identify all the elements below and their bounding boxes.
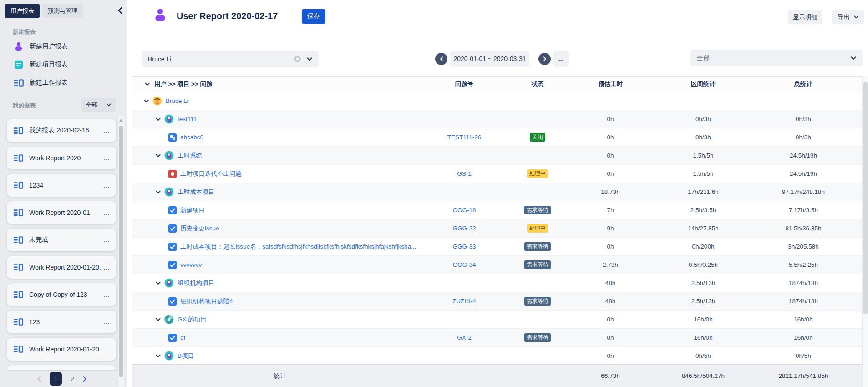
issue-key-link[interactable]: GGG-34 — [428, 261, 501, 268]
range-value: 1.5h/5h — [646, 152, 760, 159]
date-prev-button[interactable] — [435, 53, 447, 65]
table-scrollbar-thumb[interactable] — [863, 82, 868, 314]
pagination-page-2[interactable]: 2 — [71, 375, 74, 382]
sidebar-collapse-button[interactable] — [115, 6, 125, 16]
subtask-icon — [168, 133, 177, 142]
issue-name-link[interactable]: 组织机构项目缺陷4 — [180, 297, 233, 306]
my-reports-filter-select[interactable]: 全部 — [81, 98, 116, 112]
chevron-down-icon[interactable] — [156, 154, 161, 158]
status-badge: 处理中 — [527, 169, 548, 178]
project-name-link[interactable]: 工时系统 — [178, 152, 202, 160]
total-value: 5.5h/2.25h — [760, 261, 847, 268]
collapse-all-chevron-icon[interactable] — [145, 82, 150, 86]
card-more-menu-icon[interactable]: ... — [103, 291, 110, 298]
tab-user-reports[interactable]: 用户报表 — [5, 4, 40, 18]
sidebar-new-report-item-2[interactable]: 新建工作报表 — [14, 74, 114, 92]
export-button[interactable]: 导出 — [832, 10, 864, 24]
report-card[interactable]: 未完成... — [7, 229, 116, 251]
card-more-menu-icon[interactable]: ... — [103, 155, 110, 162]
total-value: 7.17h/3.5h — [760, 207, 847, 214]
report-card[interactable]: 我的报表 2020-02-16... — [7, 119, 116, 142]
report-card[interactable]: Copy of Copy of 123... — [7, 283, 116, 306]
status-badge: 需求等待 — [524, 206, 551, 214]
total-value: 16h/0h — [760, 316, 847, 323]
card-more-menu-icon[interactable]: ... — [103, 127, 110, 134]
card-more-menu-icon[interactable]: ... — [103, 237, 110, 244]
issue-key-link[interactable]: GX-2 — [428, 334, 501, 341]
report-card[interactable]: Work Report 2020... — [7, 147, 116, 169]
issue-key-link[interactable]: ZUZHI-4 — [428, 298, 501, 305]
table-scrollbar[interactable] — [862, 76, 868, 387]
card-more-menu-icon[interactable]: ... — [103, 182, 110, 189]
user-filter-select[interactable]: Bruce Li — [142, 51, 319, 67]
date-next-button[interactable] — [538, 53, 551, 65]
chevron-down-icon[interactable] — [156, 318, 161, 321]
card-more-menu-icon[interactable]: ... — [103, 346, 110, 353]
issue-name-link[interactable]: abcabc0 — [180, 134, 203, 141]
chevron-down-icon[interactable] — [156, 190, 161, 194]
project-name-link[interactable]: test111 — [178, 116, 197, 122]
footer-grand-total: 2821.17h/541.85h — [760, 372, 847, 379]
sidebar-scrollbar-thumb[interactable] — [119, 126, 123, 377]
scroll-up-arrow-icon[interactable] — [119, 119, 123, 122]
pagination-page-1[interactable]: 1 — [50, 372, 62, 386]
report-card[interactable]: Work Report 2020-01... — [7, 201, 116, 224]
report-card[interactable]: Work Report 2020-01-20...... — [7, 256, 116, 279]
range-value: 0h/200h — [646, 243, 760, 250]
report-card-title: Copy of Copy of 123 — [29, 291, 87, 298]
date-more-button[interactable]: ... — [553, 51, 569, 67]
status-badge: 需求等待 — [524, 242, 551, 251]
card-more-menu-icon[interactable]: ... — [103, 264, 110, 271]
project-name-link[interactable]: GX 的项目 — [178, 316, 207, 324]
chevron-down-icon[interactable] — [307, 57, 312, 61]
sidebar-new-report-item-1[interactable]: 新建项目报表 — [14, 56, 114, 74]
issue-key-link[interactable]: GGG-33 — [428, 243, 501, 250]
chevron-down-icon[interactable] — [156, 117, 161, 121]
issue-key-link[interactable]: GGG-22 — [428, 225, 501, 232]
chevron-down-icon[interactable] — [144, 99, 149, 103]
project-name-link[interactable]: 组织机构项目 — [178, 279, 214, 287]
range-value: 0h/3h — [646, 116, 760, 122]
estimate-value: 0h — [574, 243, 646, 250]
issue-name-link[interactable]: 新建项目 — [180, 206, 205, 214]
clear-icon[interactable] — [294, 56, 301, 62]
pagination-next-icon[interactable] — [83, 376, 87, 382]
sidebar-new-report-item-0[interactable]: 新建用户报表 — [14, 37, 114, 56]
gx-project-avatar — [164, 315, 174, 324]
report-card[interactable]: 123... — [7, 311, 116, 333]
issue-name-link[interactable]: vvvvvvv — [180, 261, 202, 268]
issue-name-link[interactable]: 工时项目迭代不出问题 — [180, 170, 242, 178]
issue-key-link[interactable]: GS-1 — [428, 170, 501, 177]
work-report-icon — [14, 78, 24, 88]
issue-name-link[interactable]: 历史变更issue — [180, 224, 219, 233]
task-icon — [168, 297, 177, 306]
tab-forecast-management[interactable]: 预测与管理 — [42, 4, 83, 18]
chevron-down-icon[interactable] — [156, 281, 161, 285]
project-name-link[interactable]: 工时成本项目 — [178, 188, 214, 196]
date-range-button[interactable]: 2020-01-01 ~ 2020-03-31 — [450, 51, 529, 67]
user-name-link[interactable]: Bruce Li — [166, 97, 188, 104]
estimate-value: 0h — [574, 152, 646, 159]
project-report-icon — [14, 60, 24, 70]
report-card[interactable]: Work Report 2020-01-20...... — [7, 338, 116, 361]
issue-name-link[interactable]: 工时成本项目：超长issue名，safsdfsfksdfhsjfkhsdjfsk… — [180, 243, 416, 251]
pagination-prev-icon[interactable] — [37, 376, 41, 382]
card-more-menu-icon[interactable]: ... — [103, 319, 110, 326]
chevron-down-icon[interactable] — [156, 354, 161, 358]
issue-key-link[interactable]: GGG-18 — [428, 207, 501, 214]
project-avatar — [164, 278, 174, 288]
chevron-down-icon[interactable] — [851, 56, 856, 60]
table-row-project: test1110h0h/3h0h/3h — [132, 110, 863, 128]
main-content: User Report 2020-02-17 保存 显示明细 导出 Bruce … — [127, 0, 868, 387]
project-name-link[interactable]: B项目 — [178, 352, 194, 360]
show-detail-button[interactable]: 显示明细 — [788, 10, 822, 24]
report-card[interactable]: 1234... — [7, 174, 116, 197]
scope-filter-select[interactable]: 全部 — [690, 50, 863, 66]
sidebar-scrollbar[interactable] — [117, 116, 124, 387]
save-button[interactable]: 保存 — [302, 9, 325, 24]
estimate-value: 9h — [574, 225, 646, 232]
card-more-menu-icon[interactable]: ... — [103, 209, 110, 216]
issue-name-link[interactable]: df — [180, 334, 185, 341]
table-row-issue: vvvvvvvGGG-34需求等待2.73h0.5h/0.25h5.5h/2.2… — [132, 256, 863, 274]
issue-key-link[interactable]: TEST111-26 — [428, 134, 501, 141]
